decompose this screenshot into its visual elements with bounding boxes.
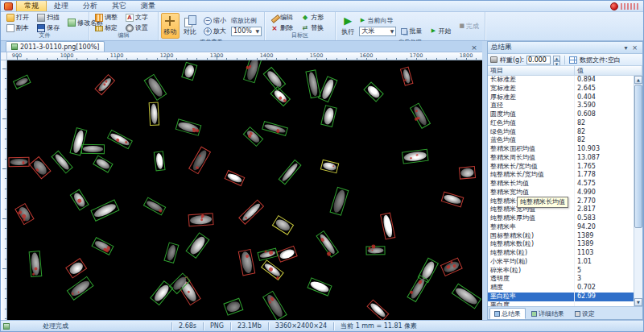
rice-grain bbox=[266, 69, 284, 89]
square-mode-button[interactable]: 方形 bbox=[298, 13, 327, 22]
tab-detailed-results[interactable]: 详细结果 bbox=[526, 308, 569, 319]
rice-grain bbox=[263, 122, 286, 135]
result-row[interactable]: 蓝色均值82 bbox=[488, 136, 634, 145]
scroll-up-icon[interactable]: ▲ bbox=[634, 76, 642, 84]
save-button[interactable]: 保存 bbox=[34, 23, 63, 32]
rice-grain bbox=[31, 158, 49, 176]
target-edit-button[interactable]: 编辑 bbox=[267, 13, 296, 22]
result-row[interactable]: 直径3.590 bbox=[488, 102, 634, 110]
calibrate-button[interactable]: 标定 bbox=[92, 23, 121, 32]
ruler-tick bbox=[476, 58, 477, 60]
text-button[interactable]: A文字 bbox=[122, 13, 151, 22]
result-row[interactable]: 整精米宽均值4.990 bbox=[488, 189, 634, 197]
grain-bounding-box bbox=[51, 150, 73, 173]
result-item-value: 0.583 bbox=[575, 214, 634, 223]
result-row[interactable]: 圆度均值0.608 bbox=[488, 110, 634, 119]
adjust-button[interactable]: 调整 bbox=[92, 13, 121, 22]
weight-stepper[interactable]: ▲▼ bbox=[553, 56, 560, 64]
results-table-header: 项目 值 bbox=[488, 66, 642, 76]
copy-button[interactable]: 副本 bbox=[3, 23, 32, 32]
ruler-tick bbox=[436, 58, 437, 60]
open-button[interactable]: 打开 bbox=[3, 13, 32, 22]
replace-button[interactable]: 替换 bbox=[298, 23, 327, 32]
rice-grain bbox=[95, 157, 111, 170]
rice-grain bbox=[274, 218, 291, 233]
tab-analysis[interactable]: 分析 bbox=[76, 1, 105, 11]
result-row[interactable]: 整精米长均值4.575 bbox=[488, 180, 634, 189]
ruler-tick bbox=[196, 58, 197, 60]
result-row[interactable]: 纯整精米数(粒)1389 bbox=[488, 240, 634, 249]
weight-input[interactable] bbox=[526, 56, 551, 64]
result-row[interactable]: 纯整精米长/宽均值1.778 bbox=[488, 171, 634, 180]
status-message: 处理完成 bbox=[36, 322, 75, 330]
chalky-mark bbox=[450, 260, 453, 264]
rice-grain bbox=[68, 279, 92, 299]
zoom-out-button[interactable]: −缩小 bbox=[200, 16, 229, 25]
result-item-label: 纯整精米长/宽均值 bbox=[488, 171, 575, 180]
result-row[interactable]: 精度0.702 bbox=[488, 284, 634, 293]
scroll-down-icon[interactable]: ▼ bbox=[634, 298, 642, 306]
tab-settings[interactable]: 设定 bbox=[570, 308, 600, 319]
grain-bounding-box bbox=[181, 61, 197, 81]
rice-grain bbox=[183, 64, 195, 79]
column-header-value[interactable]: 值 bbox=[575, 66, 642, 76]
tab-general[interactable]: 常规 bbox=[16, 0, 47, 11]
grain-bounding-box bbox=[366, 299, 389, 320]
results-scrollbar[interactable]: ▲ ▼ bbox=[634, 76, 642, 306]
finish-button[interactable]: 完成 bbox=[456, 22, 482, 31]
close-document-icon[interactable]: × bbox=[469, 43, 479, 52]
image-canvas[interactable] bbox=[7, 60, 482, 320]
ruler-label: 1500 bbox=[310, 52, 324, 59]
result-row[interactable]: 国标整精米(粒)1389 bbox=[488, 232, 634, 241]
move-label: 移动 bbox=[163, 27, 176, 36]
result-row[interactable]: 垩白粒率62.99 bbox=[488, 293, 634, 301]
result-row[interactable]: 纯整精米厚均值0.583 bbox=[488, 214, 634, 223]
ruler-tick bbox=[76, 58, 77, 60]
start-button[interactable]: 开始 bbox=[427, 27, 454, 35]
tab-total-results[interactable]: 总结果 bbox=[489, 308, 526, 319]
tab-other[interactable]: 其它 bbox=[105, 1, 134, 11]
move-tool-button[interactable]: 移动 bbox=[161, 13, 180, 39]
stepper-up-icon[interactable]: ▲ bbox=[553, 56, 560, 61]
batch-button[interactable]: 批量 bbox=[398, 27, 425, 35]
result-item-label: 整精米长均值 bbox=[488, 180, 575, 189]
app-icon[interactable] bbox=[4, 2, 13, 10]
column-header-item[interactable]: 项目 bbox=[488, 66, 575, 76]
result-row[interactable]: 整精米面积均值10.903 bbox=[488, 145, 634, 154]
zoom-in-button[interactable]: +放大 bbox=[200, 27, 229, 35]
save-icon bbox=[37, 24, 45, 32]
result-row[interactable]: 纯整精米(粒)1103 bbox=[488, 249, 634, 258]
save-label: 保存 bbox=[47, 23, 60, 32]
result-row[interactable]: 整精米周长均值13.087 bbox=[488, 154, 634, 163]
settings-button[interactable]: 设置 bbox=[122, 23, 151, 32]
scrollbar-thumb[interactable] bbox=[634, 85, 642, 228]
result-row[interactable]: 厚标准差0.404 bbox=[488, 93, 634, 102]
result-row[interactable]: 整精米率94.20 bbox=[488, 223, 634, 232]
zoom-ratio-select[interactable]: 100% bbox=[231, 27, 262, 36]
grain-bounding-box bbox=[29, 251, 42, 277]
tab-process[interactable]: 处理 bbox=[47, 1, 76, 11]
result-row[interactable]: 碎米率(粒)5 bbox=[488, 267, 634, 276]
panel-close-icon[interactable]: × bbox=[630, 44, 639, 52]
target-delete-button[interactable]: 删除 bbox=[267, 23, 296, 32]
panel-menu-icon[interactable]: ▾ bbox=[621, 44, 630, 52]
scan-button[interactable]: 扫描 bbox=[34, 13, 63, 22]
rice-grain bbox=[382, 214, 393, 238]
result-item-value: 1.765 bbox=[575, 163, 634, 172]
result-row[interactable]: 小米平均(籼)1.01 bbox=[488, 258, 634, 267]
status-format: PNG bbox=[204, 322, 230, 330]
result-row[interactable]: 整精米长/宽均值1.765 bbox=[488, 163, 634, 172]
document-tab[interactable]: 2011-3-0110.png[100%] bbox=[6, 41, 105, 52]
text-icon: A bbox=[126, 14, 134, 22]
wizard-select[interactable]: 大米 bbox=[359, 27, 396, 36]
tab-measure[interactable]: 测量 bbox=[134, 1, 163, 11]
compare-button[interactable]: 对比 bbox=[181, 13, 200, 39]
result-row[interactable]: 绿色均值82 bbox=[488, 128, 634, 137]
result-row[interactable]: 红色均值82 bbox=[488, 119, 634, 128]
rice-grain bbox=[280, 162, 299, 183]
execute-button[interactable]: 执行 bbox=[338, 13, 357, 39]
result-row[interactable]: 长标准差0.894 bbox=[488, 76, 634, 85]
result-row[interactable]: 宽标准差2.645 bbox=[488, 85, 634, 93]
compare-icon bbox=[184, 15, 196, 27]
result-row[interactable]: 透明度3 bbox=[488, 275, 634, 284]
